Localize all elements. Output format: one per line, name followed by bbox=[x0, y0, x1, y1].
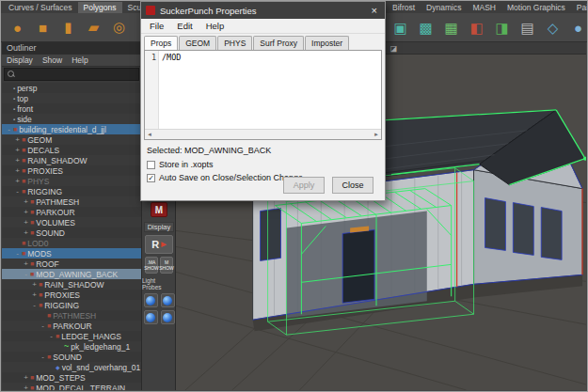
suckerpunch-logo-icon[interactable]: M bbox=[151, 202, 167, 217]
poly-plane-icon[interactable]: ▰ bbox=[82, 15, 105, 39]
expand-toggle[interactable]: + bbox=[13, 177, 22, 185]
expand-toggle[interactable]: + bbox=[30, 280, 39, 289]
collapse-toggle[interactable]: - bbox=[39, 353, 47, 361]
expand-toggle[interactable]: + bbox=[22, 218, 30, 227]
outliner-item-pk-ledgehang-1[interactable]: ~pk_ledgehang_1 bbox=[2, 341, 141, 352]
expand-toggle[interactable]: + bbox=[13, 166, 22, 175]
sphere-tool-icon[interactable]: ● bbox=[566, 16, 588, 40]
collapse-toggle[interactable]: - bbox=[13, 187, 22, 196]
collapse-toggle[interactable]: - bbox=[22, 270, 30, 278]
outliner-item-mod-awning-back[interactable]: -■MOD_AWNING_BACK bbox=[2, 269, 141, 279]
close-icon[interactable]: × bbox=[369, 6, 380, 16]
editor-content[interactable]: /MOD bbox=[159, 51, 381, 139]
outliner-item-lod0[interactable]: ■LOD0 bbox=[2, 238, 141, 248]
shelf-tab-dynamics[interactable]: Dynamics bbox=[421, 2, 467, 13]
expand-toggle[interactable]: + bbox=[13, 156, 22, 165]
outliner-item-rain-shadow[interactable]: +■RAIN_SHADOW bbox=[2, 279, 141, 290]
dialog-tab-geom[interactable]: GEOM bbox=[179, 36, 216, 50]
node-editor-icon[interactable]: ◇ bbox=[541, 16, 564, 40]
expand-toggle[interactable]: + bbox=[22, 373, 30, 382]
outliner-item-sound[interactable]: -■SOUND bbox=[2, 352, 141, 362]
mash-network-icon[interactable]: ▣ bbox=[389, 16, 412, 40]
dialog-tab-phys[interactable]: PHYS bbox=[217, 36, 252, 50]
toggle-red-icon[interactable]: ◧ bbox=[465, 16, 488, 40]
expand-toggle[interactable]: + bbox=[13, 135, 22, 144]
outliner-menu-display[interactable]: Display bbox=[2, 55, 38, 66]
scroll-right-arrow[interactable]: ► bbox=[373, 132, 379, 137]
reload-button[interactable]: R ▶ bbox=[145, 235, 173, 254]
outliner-search[interactable] bbox=[4, 68, 139, 81]
m-show-button[interactable]: MSHOW bbox=[160, 257, 173, 274]
shelf-tab-paint[interactable]: Paint bbox=[571, 2, 588, 13]
expand-toggle[interactable]: + bbox=[22, 384, 30, 390]
expand-toggle[interactable]: + bbox=[22, 208, 30, 216]
close-button[interactable]: Close bbox=[332, 177, 373, 194]
shelf-tab-bifrost[interactable]: Bifrost bbox=[387, 2, 421, 13]
outliner-item-vol-snd-overhang-01[interactable]: ◆vol_snd_overhang_01 bbox=[2, 362, 141, 372]
outliner-item-mod-decal-terrain[interactable]: +■MOD_DECAL_TERRAIN bbox=[2, 383, 141, 390]
outliner-item-decals[interactable]: +■DECALS bbox=[2, 145, 141, 155]
outliner-item-rain-shadow[interactable]: +■RAIN_SHADOW bbox=[2, 155, 141, 165]
outliner-item-proxies[interactable]: +■PROXIES bbox=[2, 290, 141, 300]
outliner-item-rigging[interactable]: -■RIGGING bbox=[2, 186, 141, 196]
outliner-item-building-residential-d-jjl[interactable]: -■building_residential_d_jjl bbox=[2, 124, 141, 134]
ma-show-button[interactable]: .MASHOW bbox=[145, 257, 158, 274]
poly-cube-icon[interactable]: ■ bbox=[31, 15, 55, 39]
poly-torus-icon[interactable]: ◎ bbox=[107, 15, 131, 39]
editor-hscrollbar[interactable]: ◄ ► bbox=[145, 129, 381, 139]
outliner-item-top[interactable]: ▪top bbox=[2, 93, 141, 103]
outliner-item-phys[interactable]: +■PHYS bbox=[2, 176, 141, 186]
collapse-toggle[interactable]: - bbox=[5, 125, 13, 133]
checkbox-box[interactable] bbox=[147, 161, 155, 169]
outliner-item-ledge-hangs[interactable]: -■LEDGE_HANGS bbox=[2, 331, 141, 341]
outliner-search-input[interactable] bbox=[18, 70, 138, 79]
collapse-toggle[interactable]: - bbox=[30, 301, 39, 309]
outliner-item-volumes[interactable]: +■VOLUMES bbox=[2, 217, 141, 227]
shelf-tab-polygons[interactable]: Polygons bbox=[78, 2, 122, 13]
mash-distribute-icon[interactable]: ▩ bbox=[414, 16, 437, 40]
light-probe-button[interactable] bbox=[144, 310, 158, 324]
scroll-left-arrow[interactable]: ◄ bbox=[147, 132, 152, 137]
outliner-item-sound[interactable]: +■SOUND bbox=[2, 227, 141, 238]
outliner-menu-help[interactable]: Help bbox=[67, 55, 92, 66]
outliner-item-pathmesh[interactable]: ■PATHMESH bbox=[2, 310, 141, 321]
collapse-toggle[interactable]: - bbox=[39, 321, 47, 330]
expand-toggle[interactable]: + bbox=[30, 290, 39, 299]
poly-cylinder-icon[interactable]: ▮ bbox=[56, 15, 80, 39]
light-probe-button[interactable] bbox=[161, 310, 175, 324]
dialog-titlebar[interactable]: SuckerPunch Properties × bbox=[141, 2, 385, 19]
isolate-select-icon[interactable]: ◪ bbox=[388, 42, 400, 55]
shelf-tab-mash[interactable]: MASH bbox=[467, 2, 501, 13]
shelf-tab-motion-graphics[interactable]: Motion Graphics bbox=[501, 2, 571, 13]
expand-toggle[interactable]: + bbox=[13, 146, 22, 154]
outliner-menu-show[interactable]: Show bbox=[38, 55, 67, 66]
outliner-item-side[interactable]: ▪side bbox=[2, 114, 141, 124]
expand-toggle[interactable]: + bbox=[22, 259, 30, 268]
dialog-menu-file[interactable]: File bbox=[143, 20, 170, 32]
expand-toggle[interactable]: + bbox=[22, 197, 30, 206]
apply-button[interactable]: Apply bbox=[283, 177, 325, 194]
dialog-tab-props[interactable]: Props bbox=[144, 36, 178, 50]
checkbox-box[interactable]: ✓ bbox=[147, 174, 155, 182]
mash-grid-icon[interactable]: ▦ bbox=[439, 16, 463, 40]
outliner-item-pathmesh[interactable]: +■PATHMESH bbox=[2, 196, 141, 207]
outliner-item-persp[interactable]: ▪persp bbox=[2, 83, 141, 93]
outliner-item-proxies[interactable]: +■PROXIES bbox=[2, 165, 141, 176]
film-clip-icon[interactable]: ▤ bbox=[516, 16, 539, 40]
outliner-item-front[interactable]: ▪front bbox=[2, 103, 141, 114]
checkbox-store-in-xopts[interactable]: Store in .xopts bbox=[141, 158, 385, 171]
outliner-item-roof[interactable]: +■ROOF bbox=[2, 259, 141, 269]
light-probe-button[interactable] bbox=[161, 293, 175, 307]
toggle-green-icon[interactable]: ◨ bbox=[490, 16, 514, 40]
dialog-tab-surf-proxy[interactable]: Surf Proxy bbox=[253, 36, 304, 50]
dialog-menu-edit[interactable]: Edit bbox=[170, 20, 199, 32]
poly-sphere-icon[interactable]: ● bbox=[6, 15, 29, 39]
outliner-item-mods[interactable]: -■MODS bbox=[2, 248, 141, 259]
outliner-item-parkour[interactable]: -■PARKOUR bbox=[2, 321, 141, 331]
collapse-toggle[interactable]: - bbox=[47, 332, 56, 340]
shelf-tab-curves-surfaces[interactable]: Curves / Surfaces bbox=[3, 2, 78, 13]
outliner-item-mod-steps[interactable]: +■MOD_STEPS bbox=[2, 372, 141, 383]
dialog-menu-help[interactable]: Help bbox=[199, 20, 231, 32]
props-editor[interactable]: 1 /MOD ◄ ► bbox=[144, 50, 382, 140]
light-probe-button[interactable] bbox=[144, 293, 158, 307]
